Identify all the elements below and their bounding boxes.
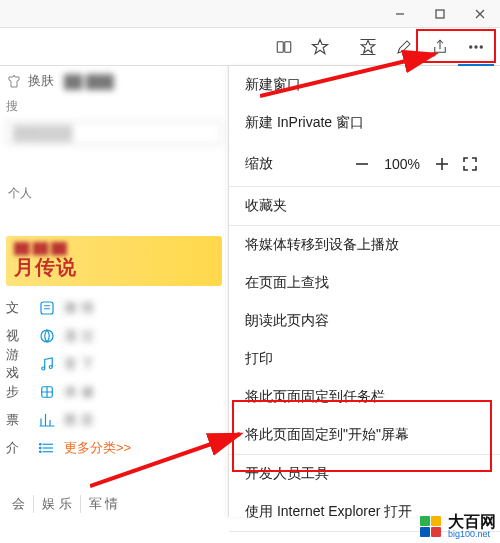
svg-marker-7 <box>361 40 375 53</box>
list-icon <box>36 437 58 459</box>
bottom-tabs: 会 娱 乐 军 情 <box>0 491 126 517</box>
reading-view-icon[interactable] <box>266 29 302 65</box>
zoom-in-button[interactable] <box>428 150 456 178</box>
svg-point-23 <box>40 451 42 453</box>
zoom-out-button[interactable] <box>348 150 376 178</box>
svg-rect-5 <box>285 41 291 52</box>
menu-print[interactable]: 打印 <box>229 340 500 378</box>
menu-new-inprivate[interactable]: 新建 InPrivate 窗口 <box>229 104 500 142</box>
watermark-text-cn: 大百网 <box>448 514 496 530</box>
menu-favorites[interactable]: 收藏夹 <box>229 187 500 225</box>
bottom-tab[interactable]: 军 情 <box>81 495 127 513</box>
watermark: 大百网 big100.net <box>420 514 496 539</box>
banner-line2: 月传说 <box>14 254 214 281</box>
menu-find[interactable]: 在页面上查找 <box>229 264 500 302</box>
svg-point-12 <box>480 45 482 47</box>
list-item[interactable]: 介 更多分类>> <box>6 434 222 462</box>
page-background-strip: 换肤 ██ ███ 搜 ██████ 个人 ██ ██ ██ 月传说 文 微 情… <box>0 66 228 517</box>
menu-pin-taskbar[interactable]: 将此页面固定到任务栏 <box>229 378 500 416</box>
browser-toolbar <box>0 28 500 66</box>
svg-point-21 <box>40 444 42 446</box>
svg-marker-6 <box>313 39 328 53</box>
svg-rect-4 <box>277 41 283 52</box>
svg-point-14 <box>41 330 53 342</box>
list-item[interactable]: 文 微 情 <box>6 294 222 322</box>
list-item[interactable]: 步 体 健 <box>6 378 222 406</box>
more-categories-link[interactable]: 更多分类>> <box>64 439 131 457</box>
menu-dev-tools[interactable]: 开发人员工具 <box>229 455 500 493</box>
menu-zoom-row: 缩放 100% <box>229 142 500 186</box>
list-item[interactable]: 票 图 星 <box>6 406 222 434</box>
chart-icon <box>36 409 58 431</box>
svg-point-15 <box>42 367 45 370</box>
menu-cast[interactable]: 将媒体转移到设备上播放 <box>229 226 500 264</box>
bottom-tab[interactable]: 会 <box>4 495 34 513</box>
skin-tab[interactable]: 换肤 ██ ███ <box>0 66 228 96</box>
search-input[interactable]: ██████ <box>6 121 222 145</box>
bottom-tab[interactable]: 娱 乐 <box>34 495 81 513</box>
more-menu-button[interactable] <box>458 29 494 65</box>
watermark-logo-icon <box>420 516 442 538</box>
list-item[interactable]: 游戏 音 下 <box>6 350 222 378</box>
favorite-star-icon[interactable] <box>302 29 338 65</box>
menu-new-window[interactable]: 新建窗口 <box>229 66 500 104</box>
svg-point-10 <box>470 45 472 47</box>
list-item[interactable]: 视 漫 过 <box>6 322 222 350</box>
video-icon <box>36 325 58 347</box>
zoom-label: 缩放 <box>245 155 305 173</box>
menu-pin-start[interactable]: 将此页面固定到"开始"屏幕 <box>229 416 500 454</box>
share-icon[interactable] <box>422 29 458 65</box>
weibo-icon <box>36 297 58 319</box>
banner-line1: ██ ██ ██ <box>14 242 214 254</box>
window-maximize-button[interactable] <box>420 0 460 28</box>
category-list: 文 微 情 视 漫 过 游戏 音 下 步 体 健 票 图 星 介 <box>6 294 222 462</box>
svg-rect-13 <box>41 302 53 314</box>
blurred-text: ██ ███ <box>64 74 114 89</box>
window-minimize-button[interactable] <box>380 0 420 28</box>
svg-point-22 <box>40 447 42 449</box>
favorites-pane-icon[interactable] <box>350 29 386 65</box>
window-close-button[interactable] <box>460 0 500 28</box>
profile-label: 个人 <box>0 181 228 206</box>
watermark-text-en: big100.net <box>448 530 496 539</box>
svg-rect-1 <box>436 10 444 18</box>
svg-point-16 <box>49 366 52 369</box>
skin-tab-label: 换肤 <box>28 72 54 90</box>
music-icon <box>36 353 58 375</box>
zoom-percent: 100% <box>384 156 420 172</box>
menu-read-aloud[interactable]: 朗读此页内容 <box>229 302 500 340</box>
promo-banner[interactable]: ██ ██ ██ 月传说 <box>6 236 222 286</box>
small-header: 搜 <box>0 96 228 117</box>
fullscreen-button[interactable] <box>456 150 484 178</box>
svg-point-11 <box>475 45 477 47</box>
sport-icon <box>36 381 58 403</box>
settings-more-menu: 新建窗口 新建 InPrivate 窗口 缩放 100% 收藏夹 将媒体转移到设… <box>228 66 500 517</box>
web-note-pen-icon[interactable] <box>386 29 422 65</box>
